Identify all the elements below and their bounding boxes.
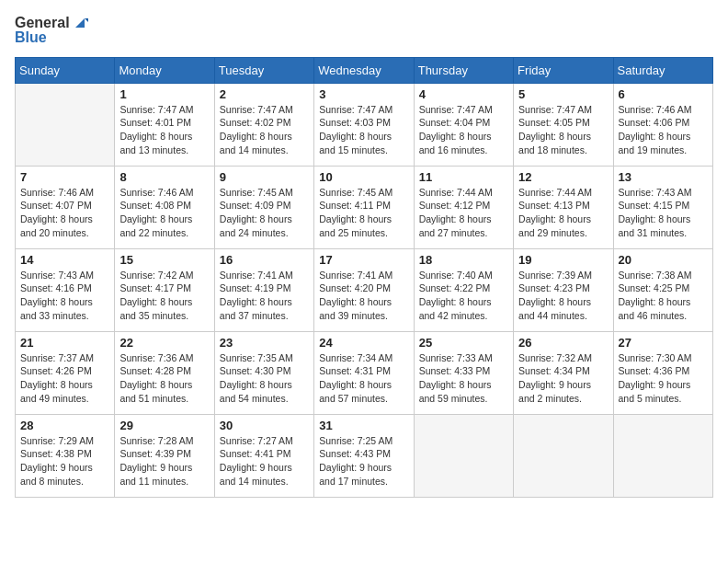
day-number: 9 [220, 170, 309, 184]
day-number: 22 [119, 336, 209, 350]
day-info: Sunrise: 7:46 AMSunset: 4:07 PMDaylight:… [20, 186, 109, 240]
day-number: 24 [319, 336, 408, 350]
day-info: Sunrise: 7:32 AMSunset: 4:34 PMDaylight:… [518, 351, 608, 406]
day-info: Sunrise: 7:41 AMSunset: 4:20 PMDaylight:… [319, 269, 408, 323]
day-info: Sunrise: 7:37 AMSunset: 4:26 PMDaylight:… [20, 351, 109, 406]
calendar-day-cell: 25Sunrise: 7:33 AMSunset: 4:33 PMDayligh… [414, 331, 513, 414]
day-info: Sunrise: 7:30 AMSunset: 4:36 PMDaylight:… [619, 351, 708, 406]
day-info: Sunrise: 7:38 AMSunset: 4:25 PMDaylight:… [619, 269, 708, 323]
calendar-day-cell: 18Sunrise: 7:40 AMSunset: 4:22 PMDayligh… [414, 248, 513, 331]
calendar-day-cell: 21Sunrise: 7:37 AMSunset: 4:26 PMDayligh… [16, 331, 115, 414]
calendar-day-cell: 15Sunrise: 7:42 AMSunset: 4:17 PMDayligh… [115, 248, 214, 331]
day-info: Sunrise: 7:46 AMSunset: 4:08 PMDaylight:… [119, 186, 209, 240]
day-info: Sunrise: 7:25 AMSunset: 4:43 PMDaylight:… [319, 434, 408, 488]
calendar-table: SundayMondayTuesdayWednesdayThursdayFrid… [15, 57, 713, 498]
day-info: Sunrise: 7:47 AMSunset: 4:03 PMDaylight:… [319, 103, 408, 157]
weekday-header-cell: Friday [514, 57, 613, 83]
day-info: Sunrise: 7:45 AMSunset: 4:11 PMDaylight:… [319, 186, 408, 240]
day-number: 3 [319, 87, 408, 101]
page-header: General Blue [15, 15, 713, 46]
svg-marker-0 [75, 18, 85, 28]
calendar-day-cell: 22Sunrise: 7:36 AMSunset: 4:28 PMDayligh… [115, 331, 214, 414]
weekday-header-cell: Saturday [613, 57, 712, 83]
day-number: 5 [518, 87, 608, 101]
day-info: Sunrise: 7:44 AMSunset: 4:12 PMDaylight:… [419, 186, 508, 240]
day-number: 12 [518, 170, 608, 184]
day-number: 25 [419, 336, 508, 350]
day-number: 23 [220, 336, 309, 350]
calendar-day-cell: 5Sunrise: 7:47 AMSunset: 4:05 PMDaylight… [514, 83, 613, 166]
calendar-week-row: 21Sunrise: 7:37 AMSunset: 4:26 PMDayligh… [16, 331, 713, 414]
day-info: Sunrise: 7:33 AMSunset: 4:33 PMDaylight:… [419, 351, 508, 406]
calendar-day-cell: 28Sunrise: 7:29 AMSunset: 4:38 PMDayligh… [16, 414, 115, 497]
weekday-header-cell: Tuesday [214, 57, 313, 83]
day-number: 19 [518, 253, 608, 267]
calendar-day-cell: 10Sunrise: 7:45 AMSunset: 4:11 PMDayligh… [314, 166, 414, 248]
logo-text-blue: Blue [15, 29, 88, 46]
day-number: 8 [119, 170, 209, 184]
day-number: 29 [119, 419, 209, 432]
day-number: 27 [619, 336, 708, 350]
calendar-day-cell: 13Sunrise: 7:43 AMSunset: 4:15 PMDayligh… [613, 166, 712, 248]
weekday-header-cell: Sunday [16, 57, 115, 83]
day-number: 31 [319, 419, 408, 432]
day-info: Sunrise: 7:28 AMSunset: 4:39 PMDaylight:… [119, 434, 209, 488]
logo: General Blue [15, 15, 88, 46]
day-info: Sunrise: 7:41 AMSunset: 4:19 PMDaylight:… [220, 269, 309, 323]
calendar-day-cell: 9Sunrise: 7:45 AMSunset: 4:09 PMDaylight… [214, 166, 313, 248]
weekday-header-cell: Wednesday [314, 57, 414, 83]
day-number: 13 [619, 170, 708, 184]
calendar-week-row: 14Sunrise: 7:43 AMSunset: 4:16 PMDayligh… [16, 248, 713, 331]
weekday-header-cell: Thursday [414, 57, 513, 83]
day-info: Sunrise: 7:45 AMSunset: 4:09 PMDaylight:… [220, 186, 309, 240]
calendar-day-cell: 2Sunrise: 7:47 AMSunset: 4:02 PMDaylight… [214, 83, 313, 166]
day-info: Sunrise: 7:40 AMSunset: 4:22 PMDaylight:… [419, 269, 508, 323]
logo-arrow-icon [72, 15, 88, 31]
calendar-day-cell: 8Sunrise: 7:46 AMSunset: 4:08 PMDaylight… [115, 166, 214, 248]
day-number: 18 [419, 253, 508, 267]
calendar-body: 1Sunrise: 7:47 AMSunset: 4:01 PMDaylight… [16, 83, 713, 497]
calendar-week-row: 7Sunrise: 7:46 AMSunset: 4:07 PMDaylight… [16, 166, 713, 248]
calendar-day-cell: 12Sunrise: 7:44 AMSunset: 4:13 PMDayligh… [514, 166, 613, 248]
day-info: Sunrise: 7:35 AMSunset: 4:30 PMDaylight:… [220, 351, 309, 406]
calendar-day-cell: 23Sunrise: 7:35 AMSunset: 4:30 PMDayligh… [214, 331, 313, 414]
day-info: Sunrise: 7:47 AMSunset: 4:01 PMDaylight:… [119, 103, 209, 157]
calendar-day-cell: 1Sunrise: 7:47 AMSunset: 4:01 PMDaylight… [115, 83, 214, 166]
calendar-day-cell: 14Sunrise: 7:43 AMSunset: 4:16 PMDayligh… [16, 248, 115, 331]
day-number: 26 [518, 336, 608, 350]
day-number: 4 [419, 87, 508, 101]
day-number: 30 [220, 419, 309, 432]
day-number: 20 [619, 253, 708, 267]
day-info: Sunrise: 7:42 AMSunset: 4:17 PMDaylight:… [119, 269, 209, 323]
day-number: 2 [220, 87, 309, 101]
calendar-day-cell: 3Sunrise: 7:47 AMSunset: 4:03 PMDaylight… [314, 83, 414, 166]
calendar-day-cell [613, 414, 712, 497]
day-info: Sunrise: 7:44 AMSunset: 4:13 PMDaylight:… [518, 186, 608, 240]
day-number: 14 [20, 253, 109, 267]
day-number: 1 [119, 87, 209, 101]
weekday-header-cell: Monday [115, 57, 214, 83]
day-info: Sunrise: 7:47 AMSunset: 4:04 PMDaylight:… [419, 103, 508, 157]
calendar-week-row: 1Sunrise: 7:47 AMSunset: 4:01 PMDaylight… [16, 83, 713, 166]
calendar-day-cell [414, 414, 513, 497]
calendar-day-cell: 16Sunrise: 7:41 AMSunset: 4:19 PMDayligh… [214, 248, 313, 331]
calendar-day-cell: 11Sunrise: 7:44 AMSunset: 4:12 PMDayligh… [414, 166, 513, 248]
day-number: 21 [20, 336, 109, 350]
day-info: Sunrise: 7:36 AMSunset: 4:28 PMDaylight:… [119, 351, 209, 406]
day-info: Sunrise: 7:46 AMSunset: 4:06 PMDaylight:… [619, 103, 708, 157]
calendar-day-cell [514, 414, 613, 497]
calendar-day-cell: 19Sunrise: 7:39 AMSunset: 4:23 PMDayligh… [514, 248, 613, 331]
calendar-day-cell: 6Sunrise: 7:46 AMSunset: 4:06 PMDaylight… [613, 83, 712, 166]
day-info: Sunrise: 7:47 AMSunset: 4:02 PMDaylight:… [220, 103, 309, 157]
day-number: 15 [119, 253, 209, 267]
day-info: Sunrise: 7:47 AMSunset: 4:05 PMDaylight:… [518, 103, 608, 157]
calendar-day-cell: 4Sunrise: 7:47 AMSunset: 4:04 PMDaylight… [414, 83, 513, 166]
logo-wordmark: General Blue [15, 15, 88, 46]
day-number: 7 [20, 170, 109, 184]
day-info: Sunrise: 7:43 AMSunset: 4:16 PMDaylight:… [20, 269, 109, 323]
calendar-day-cell: 24Sunrise: 7:34 AMSunset: 4:31 PMDayligh… [314, 331, 414, 414]
weekday-header-row: SundayMondayTuesdayWednesdayThursdayFrid… [16, 57, 713, 83]
day-number: 11 [419, 170, 508, 184]
calendar-day-cell: 26Sunrise: 7:32 AMSunset: 4:34 PMDayligh… [514, 331, 613, 414]
calendar-week-row: 28Sunrise: 7:29 AMSunset: 4:38 PMDayligh… [16, 414, 713, 497]
